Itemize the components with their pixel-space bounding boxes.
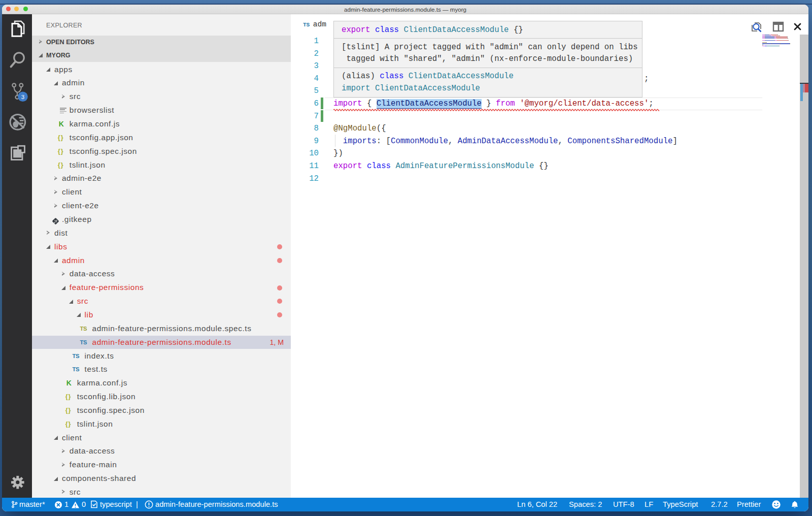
svg-text:3: 3 bbox=[21, 94, 24, 100]
